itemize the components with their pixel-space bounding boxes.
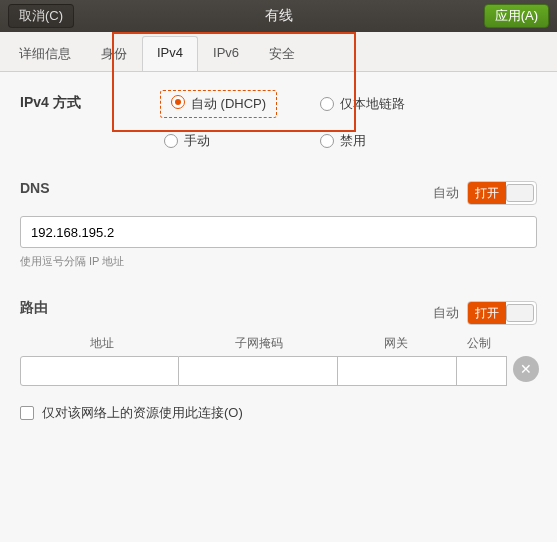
toggle-knob-icon: [506, 304, 534, 322]
route-address-input[interactable]: [20, 356, 179, 386]
route-col-netmask: 子网掩码: [181, 335, 338, 352]
route-row: ✕: [20, 356, 537, 386]
route-metric-input[interactable]: [457, 356, 507, 386]
radio-auto-label: 自动 (DHCP): [191, 95, 266, 113]
radio-link-local-label: 仅本地链路: [340, 95, 405, 113]
dns-input[interactable]: [20, 216, 537, 248]
toggle-knob-icon: [506, 184, 534, 202]
route-col-address: 地址: [24, 335, 181, 352]
route-col-metric: 公制: [455, 335, 504, 352]
radio-manual-label: 手动: [184, 132, 210, 150]
radio-dot-icon: [320, 97, 334, 111]
titlebar: 取消(C) 有线 应用(A): [0, 0, 557, 32]
route-netmask-input[interactable]: [179, 356, 338, 386]
radio-disabled-label: 禁用: [340, 132, 366, 150]
radio-dot-icon: [320, 134, 334, 148]
routes-auto-toggle[interactable]: 打开: [467, 301, 537, 325]
tab-details[interactable]: 详细信息: [4, 36, 86, 71]
radio-disabled[interactable]: 禁用: [320, 132, 480, 150]
window-title: 有线: [0, 7, 557, 25]
only-this-network-label: 仅对该网络上的资源使用此连接(O): [42, 404, 243, 422]
cancel-button[interactable]: 取消(C): [8, 4, 74, 28]
dns-hint: 使用逗号分隔 IP 地址: [20, 254, 537, 269]
tab-ipv4[interactable]: IPv4: [142, 36, 198, 71]
close-icon: ✕: [520, 361, 532, 377]
toggle-on-label: 打开: [468, 302, 506, 324]
dns-auto-label: 自动: [433, 184, 459, 202]
tab-bar: 详细信息 身份 IPv4 IPv6 安全: [0, 32, 557, 72]
dns-auto-toggle[interactable]: 打开: [467, 181, 537, 205]
route-col-gateway: 网关: [337, 335, 454, 352]
routes-label: 路由: [20, 299, 48, 317]
radio-manual[interactable]: 手动: [164, 132, 320, 150]
ipv4-method-label: IPv4 方式: [20, 90, 120, 112]
radio-link-local[interactable]: 仅本地链路: [320, 90, 480, 118]
toggle-on-label: 打开: [468, 182, 506, 204]
apply-button[interactable]: 应用(A): [484, 4, 549, 28]
route-gateway-input[interactable]: [338, 356, 457, 386]
only-this-network-checkbox[interactable]: [20, 406, 34, 420]
route-delete-button[interactable]: ✕: [513, 356, 539, 382]
radio-auto-dhcp[interactable]: 自动 (DHCP): [160, 90, 320, 118]
dns-label: DNS: [20, 180, 50, 196]
radio-dot-icon: [171, 95, 185, 109]
tab-ipv6[interactable]: IPv6: [198, 36, 254, 71]
tab-security[interactable]: 安全: [254, 36, 310, 71]
tab-identity[interactable]: 身份: [86, 36, 142, 71]
radio-dot-icon: [164, 134, 178, 148]
routes-auto-label: 自动: [433, 304, 459, 322]
